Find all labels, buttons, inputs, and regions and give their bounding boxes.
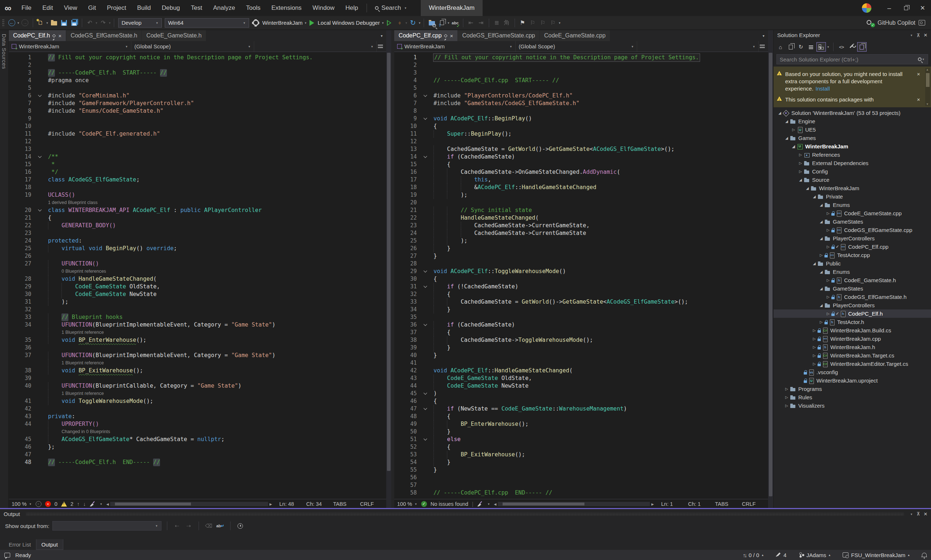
collapse-arrow-icon[interactable]: ◢ bbox=[776, 111, 783, 115]
expand-arrow-icon[interactable]: ▷ bbox=[797, 169, 804, 174]
tabs-indicator[interactable]: TABS bbox=[329, 501, 356, 507]
window-position-icon[interactable]: ▾ bbox=[911, 34, 913, 37]
code-line[interactable]: 46}; bbox=[9, 443, 386, 451]
code-line[interactable]: 31if (!CachedGameState) bbox=[394, 283, 768, 291]
collapse-arrow-icon[interactable]: ◢ bbox=[790, 145, 797, 148]
tree-item-rules[interactable]: ▷Rules bbox=[774, 393, 931, 402]
github-copilot-icon[interactable] bbox=[866, 20, 874, 26]
zoom-dropdown[interactable]: 100 %▾ bbox=[397, 501, 417, 507]
tree-item-.vsconfig[interactable]: vs.vsconfig bbox=[774, 368, 931, 376]
code-line[interactable]: 25virtual void BeginPlay() override; bbox=[9, 245, 386, 252]
fold-chevron-icon[interactable] bbox=[423, 437, 427, 441]
filter-dropdown-icon[interactable]: ▾ bbox=[827, 45, 829, 49]
column-indicator[interactable]: Ch: 1 bbox=[685, 501, 711, 507]
code-line[interactable]: 36if (CachedGameState) bbox=[394, 321, 768, 329]
tree-item-public[interactable]: ◢Public bbox=[774, 259, 931, 268]
tree-item-testactor.h[interactable]: ▷hTestActor.h bbox=[774, 318, 931, 326]
tree-item-playercontrollers[interactable]: ◢PlayerControllers bbox=[774, 234, 931, 243]
collapse-arrow-icon[interactable]: ◢ bbox=[818, 236, 825, 240]
code-line[interactable]: 13CachedGameState = GetWorld()->GetGameS… bbox=[394, 145, 768, 153]
solution-platform-dropdown[interactable]: Win64▾ bbox=[165, 18, 249, 28]
tree-item-codepc_elf.cpp[interactable]: ▷✓++CodePC_Elf.cpp bbox=[774, 243, 931, 251]
expand-arrow-icon[interactable]: ▷ bbox=[825, 295, 831, 299]
code-line[interactable]: 34UFUNCTION(BlueprintImplementableEvent,… bbox=[9, 321, 386, 329]
tree-item-source[interactable]: ◢Source bbox=[774, 175, 931, 184]
document-tab-CodeGS_ElfGameState.cpp[interactable]: CodeGS_ElfGameState.cpp bbox=[458, 30, 539, 41]
collapse-arrow-icon[interactable]: ◢ bbox=[818, 220, 825, 224]
expand-arrow-icon[interactable]: ▷ bbox=[783, 387, 790, 391]
fold-chevron-icon[interactable] bbox=[423, 94, 427, 97]
clear-all-icon[interactable]: ⌫ bbox=[205, 522, 213, 530]
tab-list-dropdown-icon[interactable]: ▾ bbox=[377, 30, 386, 41]
close-icon[interactable]: × bbox=[450, 33, 453, 39]
close-icon[interactable]: × bbox=[924, 511, 927, 518]
code-line[interactable]: 13 bbox=[9, 145, 386, 153]
code-line[interactable]: 6#include "PlayerControllers/CodePC_Elf.… bbox=[394, 92, 768, 100]
code-line[interactable]: 52{ bbox=[394, 443, 768, 451]
menu-item-analyze[interactable]: Analyze bbox=[208, 0, 240, 16]
tree-item-winterbreakjam.target.cs[interactable]: ▷C#WinterBreakJam.Target.cs bbox=[774, 351, 931, 360]
expand-arrow-icon[interactable]: ▷ bbox=[811, 354, 817, 357]
code-line[interactable]: 45ACodeGS_ElfGameState* CachedGameState … bbox=[9, 435, 386, 443]
install-link[interactable]: Install bbox=[816, 85, 830, 92]
output-source-dropdown[interactable]: ▾ bbox=[52, 521, 162, 531]
goto-next-message-icon[interactable]: ⇢ bbox=[185, 522, 193, 530]
switch-views-icon[interactable]: ⌂ bbox=[776, 42, 785, 52]
panel-drag-grip[interactable] bbox=[26, 513, 904, 515]
code-line[interactable]: 10{ bbox=[394, 123, 768, 130]
solution-name-badge[interactable]: WinterBreakJam bbox=[421, 0, 483, 16]
search-options-icon[interactable]: ▾ bbox=[922, 57, 924, 61]
breadcrumb-project-dropdown[interactable]: WinterBreakJam▾ bbox=[9, 41, 131, 52]
show-timestamps-icon[interactable] bbox=[236, 522, 245, 530]
code-line[interactable]: 4// -----CodePC_Elf.cpp START----- // bbox=[394, 77, 768, 85]
code-line[interactable]: 21{ bbox=[9, 214, 386, 222]
code-line[interactable]: 15{ bbox=[394, 161, 768, 168]
eol-indicator[interactable]: CRLF bbox=[356, 501, 383, 507]
menu-item-window[interactable]: Window bbox=[307, 0, 340, 16]
debug-target-button[interactable]: Local Windows Debugger bbox=[318, 20, 380, 26]
code-line[interactable]: 25); bbox=[394, 237, 768, 245]
tree-item-references[interactable]: ▷References bbox=[774, 151, 931, 159]
code-line[interactable]: 41 bbox=[394, 359, 768, 367]
expand-arrow-icon[interactable]: ▷ bbox=[825, 312, 831, 315]
tree-item-codegs_elfgamestate.cpp[interactable]: ▷++CodeGS_ElfGameState.cpp bbox=[774, 226, 931, 234]
save-all-button[interactable] bbox=[70, 18, 78, 27]
expand-arrow-icon[interactable]: ▷ bbox=[825, 245, 831, 249]
split-window-icon[interactable] bbox=[759, 41, 768, 52]
uncomment-button[interactable]: ⾓ bbox=[503, 18, 511, 27]
code-line[interactable]: 18&ACodePC_Elf::HandleGameStateChanged bbox=[394, 184, 768, 191]
code-line[interactable]: 22HandleGameStateChanged( bbox=[394, 214, 768, 222]
collapse-arrow-icon[interactable]: ◢ bbox=[811, 262, 817, 265]
menu-item-extensions[interactable]: Extensions bbox=[266, 0, 307, 16]
code-line[interactable]: 47if (NewState == CodeE_GameState::Wareh… bbox=[394, 405, 768, 413]
breadcrumb-member-dropdown[interactable]: ▾ bbox=[254, 41, 377, 52]
fold-chevron-icon[interactable] bbox=[423, 406, 427, 410]
code-line[interactable]: 34} bbox=[394, 306, 768, 314]
code-line[interactable]: 3 bbox=[394, 69, 768, 77]
code-line[interactable]: 40UFUNCTION(BlueprintCallable, Category … bbox=[9, 382, 386, 390]
code-line[interactable]: 26 bbox=[9, 252, 386, 260]
tree-item-codegs_elfgamestate.h[interactable]: ▷hCodeGS_ElfGameState.h bbox=[774, 293, 931, 301]
code-line[interactable]: 4#pragma once bbox=[9, 77, 386, 85]
menu-item-tools[interactable]: Tools bbox=[241, 0, 266, 16]
code-line[interactable]: 16CachedGameState->OnGameStateChanged.Ad… bbox=[394, 168, 768, 176]
clear-bookmarks-button[interactable]: ⚐ bbox=[549, 18, 557, 27]
code-line[interactable]: 19); bbox=[394, 191, 768, 199]
tab-list-dropdown-icon[interactable]: ▾ bbox=[759, 30, 768, 41]
document-tab-CodeE_GameState.h[interactable]: CodeE_GameState.h bbox=[142, 30, 206, 41]
code-line[interactable]: 50} bbox=[394, 428, 768, 435]
send-feedback-icon[interactable] bbox=[919, 20, 925, 25]
document-tab-CodeGS_ElfGameState.h[interactable]: CodeGS_ElfGameState.h bbox=[66, 30, 142, 41]
code-line[interactable]: 5 bbox=[9, 85, 386, 92]
code-line[interactable]: 40} bbox=[394, 352, 768, 359]
refresh-icon[interactable]: ↻ bbox=[796, 42, 806, 52]
expand-arrow-icon[interactable]: ▷ bbox=[825, 211, 831, 215]
fold-chevron-icon[interactable] bbox=[38, 94, 42, 97]
code-line[interactable]: 17class ACodeGS_ElfGameState; bbox=[9, 176, 386, 184]
code-line[interactable]: 44UPROPERTY() bbox=[9, 420, 386, 428]
next-issue-icon[interactable]: ↓ bbox=[83, 501, 86, 507]
code-line[interactable]: 10 bbox=[9, 123, 386, 130]
collapse-arrow-icon[interactable]: ◢ bbox=[818, 270, 825, 274]
code-line[interactable]: 23CachedGameState->CurrentGameState, bbox=[394, 222, 768, 229]
document-health-icon[interactable]: ◦ bbox=[35, 501, 42, 507]
